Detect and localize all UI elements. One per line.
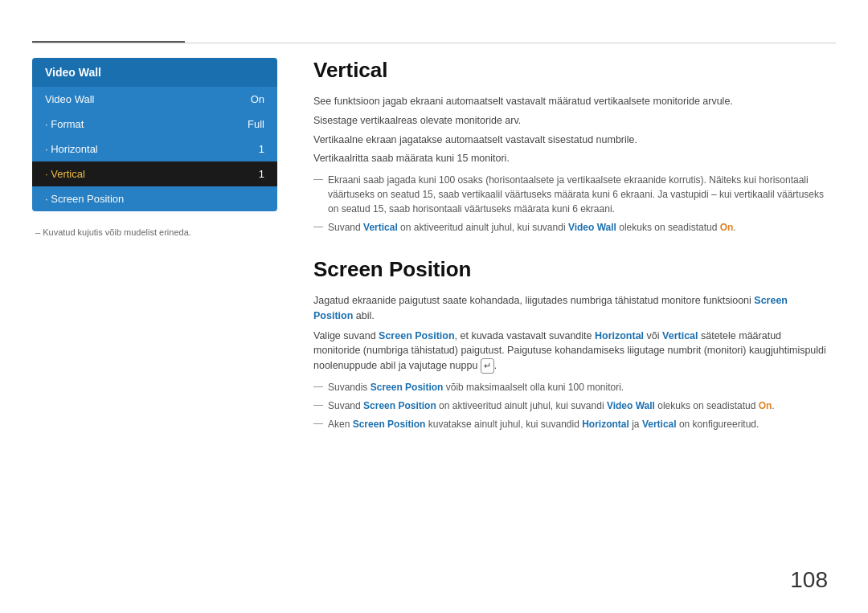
sidebar-item-videowall-value: On <box>251 93 264 105</box>
sidebar-item-horizontal[interactable]: · Horizontal 1 <box>32 137 277 161</box>
sidebar: Video Wall Video Wall On · Format Full ·… <box>32 58 277 237</box>
main-content: Vertical See funktsioon jagab ekraani au… <box>313 58 828 565</box>
screenposition-para-1: Jagatud ekraanide paigutust saate kohand… <box>313 293 828 324</box>
vertical-para-2: Sisestage vertikaalreas olevate monitori… <box>313 113 828 129</box>
sidebar-header: Video Wall <box>32 58 277 87</box>
screenposition-note-3-text: Aken Screen Position kuvatakse ainult ju… <box>328 417 759 431</box>
vertical-note-2: — Suvand Vertical on aktiveeritud ainult… <box>313 220 828 235</box>
sidebar-item-format-value: Full <box>248 118 264 130</box>
sidebar-item-videowall[interactable]: Video Wall On <box>32 87 277 112</box>
sidebar-item-vertical[interactable]: · Vertical 1 <box>32 161 277 186</box>
screenposition-note-3: — Aken Screen Position kuvatakse ainult … <box>313 417 828 431</box>
screenposition-note-1-text: Suvandis Screen Position võib maksimaals… <box>328 380 624 394</box>
sidebar-item-format[interactable]: · Format Full <box>32 112 277 137</box>
screenposition-note-1: — Suvandis Screen Position võib maksimaa… <box>313 380 828 394</box>
vertical-title: Vertical <box>313 58 828 83</box>
sidebar-menu: Video Wall Video Wall On · Format Full ·… <box>32 58 277 211</box>
vertical-note-1-text: Ekraani saab jagada kuni 100 osaks (hori… <box>328 173 828 216</box>
page-number: 108 <box>790 567 828 593</box>
section-vertical: Vertical See funktsioon jagab ekraani au… <box>313 58 828 235</box>
sidebar-item-screenposition-label: · Screen Position <box>45 193 124 205</box>
sidebar-item-horizontal-value: 1 <box>259 143 264 155</box>
sidebar-footnote: – Kuvatud kujutis võib mudelist erineda. <box>32 227 277 237</box>
note-dash-5: — <box>313 418 323 429</box>
page-container: Video Wall Video Wall On · Format Full ·… <box>0 0 868 613</box>
vertical-note-2-text: Suvand Vertical on aktiveeritud ainult j… <box>328 220 736 235</box>
vertical-para-3: Vertikaalne ekraan jagatakse automaatsel… <box>313 133 828 148</box>
screenposition-note-2: — Suvand Screen Position on aktiveeritud… <box>313 398 828 413</box>
note-dash-4: — <box>313 399 323 411</box>
vertical-note-1: — Ekraani saab jagada kuni 100 osaks (ho… <box>313 173 828 216</box>
vertical-para-4: Vertikaalritta saab määrata kuni 15 moni… <box>313 151 828 166</box>
note-dash-2: — <box>313 221 323 232</box>
top-rule <box>32 43 836 43</box>
sidebar-item-vertical-label: · Vertical <box>45 168 85 180</box>
sidebar-item-videowall-label: Video Wall <box>45 93 94 105</box>
sidebar-item-horizontal-label: · Horizontal <box>45 143 98 155</box>
section-screenposition: Screen Position Jagatud ekraanide paigut… <box>313 257 828 431</box>
screenposition-para-2: Valige suvand Screen Position, et kuvada… <box>313 329 828 374</box>
sidebar-item-vertical-value: 1 <box>259 168 264 180</box>
vertical-para-1: See funktsioon jagab ekraani automaatsel… <box>313 94 828 109</box>
screenposition-note-2-text: Suvand Screen Position on aktiveeritud a… <box>328 398 775 413</box>
note-dash-1: — <box>313 174 323 185</box>
sidebar-body: Video Wall On · Format Full · Horizontal… <box>32 87 277 211</box>
note-dash-3: — <box>313 381 323 392</box>
screenposition-title: Screen Position <box>313 257 828 282</box>
sidebar-item-screenposition[interactable]: · Screen Position <box>32 186 277 211</box>
sidebar-item-format-label: · Format <box>45 118 84 130</box>
sidebar-title: Video Wall <box>45 66 101 79</box>
